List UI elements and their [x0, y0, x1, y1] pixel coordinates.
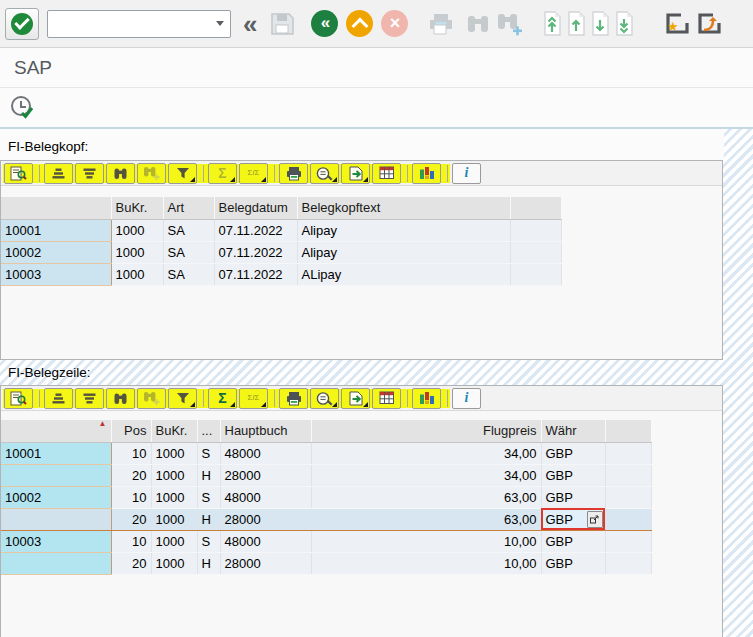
- table-cell[interactable]: 48000: [220, 486, 311, 508]
- command-field-dropdown[interactable]: [210, 11, 230, 37]
- table-row[interactable]: 201000H2800010,00GBP: [1, 552, 651, 574]
- table-cell[interactable]: 1000: [111, 219, 163, 241]
- layout-button[interactable]: [372, 163, 401, 184]
- column-header[interactable]: Art: [163, 197, 214, 219]
- table-cell[interactable]: [510, 263, 561, 285]
- table-cell[interactable]: [605, 530, 651, 552]
- save-button[interactable]: [269, 7, 295, 41]
- find-next-button[interactable]: [496, 7, 522, 41]
- views-button[interactable]: [310, 388, 339, 409]
- table-cell[interactable]: [1, 552, 111, 574]
- table-cell[interactable]: 28000: [220, 464, 311, 486]
- column-header[interactable]: Flugpreis: [311, 420, 541, 442]
- table-cell[interactable]: S: [197, 530, 220, 552]
- info-button[interactable]: i: [452, 388, 481, 409]
- table-cell[interactable]: 07.11.2022: [214, 219, 297, 241]
- table-cell[interactable]: H: [197, 508, 220, 530]
- table-cell[interactable]: 20: [111, 552, 151, 574]
- table-cell[interactable]: [1, 464, 111, 486]
- subtotal-button[interactable]: Σ/Σ: [239, 163, 268, 184]
- table-cell[interactable]: 07.11.2022: [214, 263, 297, 285]
- table-cell[interactable]: 1000: [151, 464, 197, 486]
- column-header[interactable]: BuKr.: [151, 420, 197, 442]
- sort-desc-button[interactable]: [75, 163, 104, 184]
- table-cell[interactable]: 63,00: [311, 508, 541, 530]
- table-cell[interactable]: [510, 219, 561, 241]
- table-cell[interactable]: 1000: [151, 442, 197, 464]
- collapse-history-button[interactable]: «: [243, 7, 255, 41]
- last-page-button[interactable]: [614, 7, 634, 41]
- find-button[interactable]: [106, 163, 135, 184]
- previous-page-button[interactable]: [566, 7, 586, 41]
- table-cell[interactable]: 20: [111, 464, 151, 486]
- table-cell[interactable]: 10,00: [311, 552, 541, 574]
- table-cell[interactable]: ALipay: [297, 263, 510, 285]
- table-cell[interactable]: [605, 486, 651, 508]
- table-cell[interactable]: Alipay: [297, 241, 510, 263]
- table-cell[interactable]: 10: [111, 442, 151, 464]
- table-cell[interactable]: 20: [111, 508, 151, 530]
- create-shortcut-button[interactable]: [696, 12, 722, 36]
- table-cell[interactable]: 10001: [1, 219, 111, 241]
- next-page-button[interactable]: [590, 7, 610, 41]
- table-cell[interactable]: SA: [163, 241, 214, 263]
- table-cell[interactable]: 10: [111, 486, 151, 508]
- new-session-button[interactable]: ★: [664, 12, 690, 36]
- column-header[interactable]: ...: [197, 420, 220, 442]
- table-cell[interactable]: 34,00: [311, 442, 541, 464]
- filter-button[interactable]: [168, 163, 197, 184]
- find-next-button[interactable]: [137, 388, 166, 409]
- table-cell[interactable]: 48000: [220, 530, 311, 552]
- cell-detail-button[interactable]: [587, 511, 603, 528]
- column-header[interactable]: ▲: [1, 420, 111, 442]
- column-header[interactable]: Belegkopftext: [297, 197, 510, 219]
- table-cell[interactable]: S: [197, 486, 220, 508]
- graph-button[interactable]: [412, 163, 441, 184]
- command-field[interactable]: [48, 12, 210, 36]
- table-row[interactable]: 10001101000S4800034,00GBP: [1, 442, 651, 464]
- table-cell[interactable]: 1000: [151, 508, 197, 530]
- table-row[interactable]: 10003101000S4800010,00GBP: [1, 530, 651, 552]
- table-cell[interactable]: 34,00: [311, 464, 541, 486]
- table-cell[interactable]: [605, 442, 651, 464]
- exit-button[interactable]: [346, 10, 373, 37]
- table-row[interactable]: 10002101000S4800063,00GBP: [1, 486, 651, 508]
- table-cell[interactable]: SA: [163, 263, 214, 285]
- execute-button[interactable]: [9, 94, 36, 121]
- table-cell[interactable]: 10,00: [311, 530, 541, 552]
- table-cell[interactable]: [510, 241, 561, 263]
- table-row[interactable]: 100031000SA07.11.2022ALipay: [1, 263, 561, 285]
- table-row[interactable]: 201000H2800063,00GBP: [1, 508, 651, 530]
- layout-button[interactable]: [372, 388, 401, 409]
- sort-desc-button[interactable]: [75, 388, 104, 409]
- table-cell[interactable]: Alipay: [297, 219, 510, 241]
- print-button[interactable]: [279, 163, 308, 184]
- column-header[interactable]: Belegdatum: [214, 197, 297, 219]
- table-cell[interactable]: [605, 464, 651, 486]
- info-button[interactable]: i: [452, 163, 481, 184]
- table-cell[interactable]: GBP: [541, 442, 605, 464]
- table-cell[interactable]: H: [197, 464, 220, 486]
- first-page-button[interactable]: [542, 7, 562, 41]
- table-cell[interactable]: 1000: [111, 241, 163, 263]
- print-button[interactable]: [428, 7, 454, 41]
- find-next-button[interactable]: [137, 163, 166, 184]
- subtotal-button[interactable]: Σ/Σ: [239, 388, 268, 409]
- table-cell[interactable]: 10002: [1, 241, 111, 263]
- table-cell[interactable]: GBP: [541, 486, 605, 508]
- cancel-button[interactable]: ×: [381, 10, 408, 37]
- column-header[interactable]: Pos: [111, 420, 151, 442]
- export-button[interactable]: [341, 388, 370, 409]
- table-cell[interactable]: SA: [163, 219, 214, 241]
- filter-button[interactable]: [168, 388, 197, 409]
- table-row[interactable]: 201000H2800034,00GBP: [1, 464, 651, 486]
- column-header[interactable]: [1, 197, 111, 219]
- export-button[interactable]: [341, 163, 370, 184]
- table-row[interactable]: 100011000SA07.11.2022Alipay: [1, 219, 561, 241]
- table-cell[interactable]: 07.11.2022: [214, 241, 297, 263]
- table-cell[interactable]: [605, 552, 651, 574]
- graph-button[interactable]: [412, 388, 441, 409]
- table-cell[interactable]: 1000: [151, 530, 197, 552]
- table-cell[interactable]: 10: [111, 530, 151, 552]
- sum-button[interactable]: Σ: [208, 388, 237, 409]
